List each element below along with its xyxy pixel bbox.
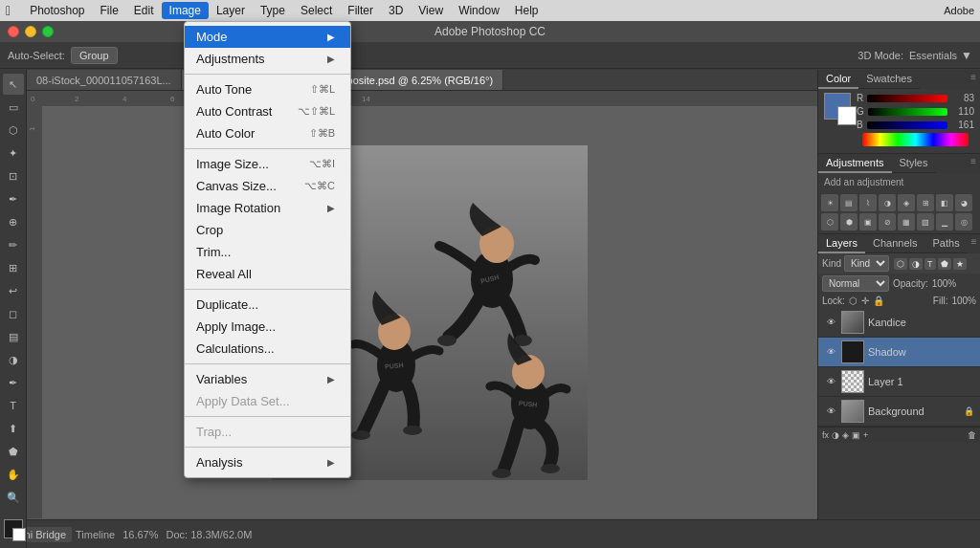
menu-item-auto-contrast[interactable]: Auto Contrast ⌥⇧⌘L	[185, 100, 350, 122]
menu-item-duplicate[interactable]: Duplicate...	[185, 294, 350, 316]
layer-eye-layer1[interactable]: 👁	[824, 375, 837, 388]
layer-row-kandice[interactable]: 👁 Kandice	[818, 308, 980, 338]
tool-eraser[interactable]: ◻	[3, 303, 24, 324]
tool-dodge[interactable]: ◑	[3, 349, 24, 370]
menu-item-apply-image[interactable]: Apply Image...	[185, 316, 350, 338]
layer-delete-icon[interactable]: 🗑	[968, 430, 976, 440]
green-slider[interactable]	[868, 108, 947, 116]
layer-eye-shadow[interactable]: 👁	[824, 345, 837, 359]
menu-photoshop[interactable]: Photoshop	[22, 2, 92, 19]
menu-item-trim[interactable]: Trim...	[185, 241, 350, 263]
lock-pos-icon[interactable]: ✛	[861, 296, 869, 306]
tool-wand[interactable]: ✦	[3, 142, 24, 164]
layer-row-layer1[interactable]: 👁 Layer 1	[818, 367, 980, 397]
tool-brush[interactable]: ✏	[3, 234, 24, 255]
adjustments-panel-menu[interactable]: ≡	[967, 154, 980, 173]
adj-levels[interactable]: ▤	[840, 194, 858, 211]
tool-clone[interactable]: ⊞	[3, 257, 24, 278]
opacity-value[interactable]: 100%	[932, 278, 957, 289]
maximize-button[interactable]	[42, 26, 54, 37]
adj-threshold[interactable]: ▧	[917, 213, 934, 230]
tool-move[interactable]: ↖	[3, 74, 24, 95]
close-button[interactable]	[8, 26, 19, 37]
adj-hsl[interactable]: ⊞	[917, 194, 934, 211]
layer-row-shadow[interactable]: 👁 Shadow	[818, 338, 980, 367]
essentials-arrow[interactable]: ▼	[961, 49, 972, 62]
color-panel-menu[interactable]: ≡	[967, 70, 980, 89]
menu-item-crop[interactable]: Crop	[185, 219, 350, 241]
layer-new-icon[interactable]: +	[863, 430, 868, 440]
color-spectrum-bar[interactable]	[862, 133, 969, 146]
layer-group-icon[interactable]: ▣	[852, 430, 860, 440]
menu-image[interactable]: Image	[162, 2, 209, 19]
menu-3d[interactable]: 3D	[381, 2, 411, 19]
tool-gradient[interactable]: ▤	[3, 326, 24, 347]
menu-item-image-size[interactable]: Image Size... ⌥⌘I	[185, 153, 350, 175]
tool-selection[interactable]: ▭	[3, 97, 24, 118]
adj-vibrance[interactable]: ◈	[898, 194, 915, 211]
menu-item-analysis[interactable]: Analysis ▶	[185, 451, 350, 473]
tool-pen[interactable]: ✒	[3, 372, 24, 393]
menu-item-canvas-size[interactable]: Canvas Size... ⌥⌘C	[185, 175, 350, 197]
tab-adjustments[interactable]: Adjustments	[818, 154, 892, 173]
adj-posterize[interactable]: ▦	[898, 213, 915, 230]
menu-item-auto-tone[interactable]: Auto Tone ⇧⌘L	[185, 78, 350, 100]
apple-logo[interactable]: 	[6, 3, 11, 18]
background-swatch[interactable]	[837, 106, 857, 125]
tool-text[interactable]: T	[3, 395, 24, 416]
tool-path-select[interactable]: ⬆	[3, 418, 24, 439]
blend-mode-select[interactable]: Normal	[822, 275, 889, 292]
adj-bw[interactable]: ◕	[955, 194, 972, 211]
menu-item-apply-data-set[interactable]: Apply Data Set...	[185, 390, 350, 412]
layers-kind-select[interactable]: Kind	[844, 255, 889, 272]
red-slider[interactable]	[867, 95, 947, 102]
lock-all-icon[interactable]: 🔒	[873, 296, 884, 306]
tab-layers[interactable]: Layers	[818, 234, 865, 253]
image-dropdown-menu[interactable]: Mode ▶ Adjustments ▶ Auto Tone ⇧⌘L Auto …	[184, 21, 351, 478]
filter-pixel-icon[interactable]: ⬡	[894, 258, 907, 270]
layer-eye-kandice[interactable]: 👁	[824, 316, 837, 329]
layer-eye-background[interactable]: 👁	[824, 405, 837, 418]
menu-item-auto-color[interactable]: Auto Color ⇧⌘B	[185, 122, 350, 144]
menu-item-mode[interactable]: Mode ▶	[185, 26, 350, 48]
filter-smart-icon[interactable]: ★	[953, 258, 967, 270]
adj-exposure[interactable]: ◑	[879, 194, 896, 211]
menu-item-calculations[interactable]: Calculations...	[185, 338, 350, 360]
layers-panel-menu[interactable]: ≡	[968, 234, 980, 253]
adj-channel-mixer[interactable]: ⬢	[840, 213, 858, 230]
tool-healing[interactable]: ⊕	[3, 211, 24, 232]
adj-invert[interactable]: ⊘	[879, 213, 896, 230]
adj-selective-color[interactable]: ◎	[955, 213, 972, 230]
tab-color[interactable]: Color	[818, 70, 858, 89]
adj-colorbalance[interactable]: ◧	[936, 194, 953, 211]
adj-color-lookup[interactable]: ▣	[859, 213, 877, 230]
menu-help[interactable]: Help	[507, 2, 546, 19]
fill-value[interactable]: 100%	[951, 296, 976, 306]
menu-filter[interactable]: Filter	[340, 2, 381, 19]
menu-item-reveal-all[interactable]: Reveal All	[185, 263, 350, 285]
blue-slider[interactable]	[867, 121, 947, 129]
menu-window[interactable]: Window	[451, 2, 507, 19]
layer-adj-icon[interactable]: ◈	[842, 430, 849, 440]
adj-gradient-map[interactable]: ▁	[936, 213, 953, 230]
canvas-main[interactable]: PUSH PUSH PUSH	[42, 106, 817, 518]
tab-swatches[interactable]: Swatches	[858, 70, 920, 89]
menu-item-variables[interactable]: Variables ▶	[185, 368, 350, 390]
tab-styles[interactable]: Styles	[892, 154, 936, 173]
menu-type[interactable]: Type	[253, 2, 293, 19]
menu-edit[interactable]: Edit	[126, 2, 162, 19]
tab-paths[interactable]: Paths	[925, 234, 968, 253]
adj-photo-filter[interactable]: ⬡	[821, 213, 838, 230]
tool-lasso[interactable]: ⬡	[3, 120, 24, 141]
menu-view[interactable]: View	[411, 2, 451, 19]
tool-crop[interactable]: ⊡	[3, 165, 24, 186]
menu-item-adjustments[interactable]: Adjustments ▶	[185, 48, 350, 70]
layer-fx-icon[interactable]: fx	[822, 430, 829, 440]
tool-hand[interactable]: ✋	[3, 464, 24, 485]
tab-channels[interactable]: Channels	[865, 234, 924, 253]
adj-curves[interactable]: ⌇	[859, 194, 877, 211]
menu-layer[interactable]: Layer	[209, 2, 253, 19]
lock-pixel-icon[interactable]: ⬡	[849, 296, 858, 306]
menu-item-image-rotation[interactable]: Image Rotation ▶	[185, 197, 350, 219]
menu-select[interactable]: Select	[293, 2, 340, 19]
